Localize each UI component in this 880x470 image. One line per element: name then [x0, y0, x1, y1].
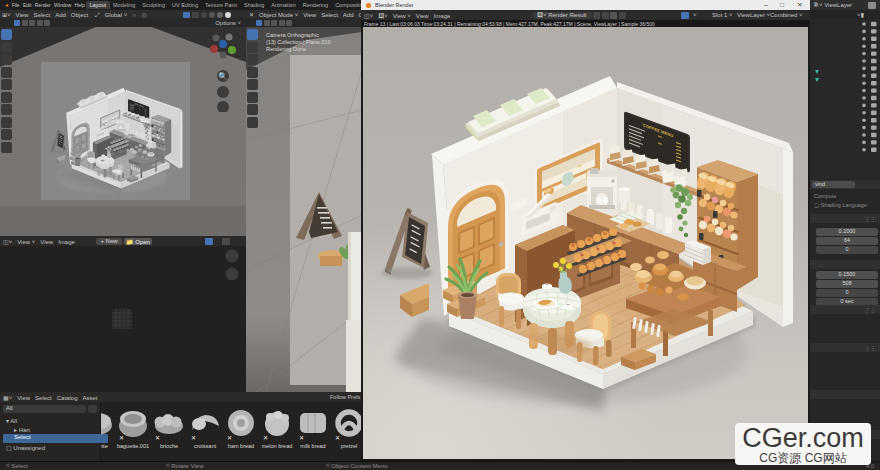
- svg-text:✕: ✕: [155, 435, 160, 441]
- svg-text:baguette.001: baguette.001: [117, 443, 149, 449]
- svg-text:✕: ✕: [335, 435, 340, 441]
- svg-text:✕: ✕: [119, 435, 124, 441]
- svg-text:✕: ✕: [227, 435, 232, 441]
- svg-text:melon bread: melon bread: [262, 443, 293, 449]
- svg-text:croissant: croissant: [194, 443, 216, 449]
- svg-text:🔍: 🔍: [218, 71, 228, 81]
- svg-text:ham bread: ham bread: [228, 443, 254, 449]
- svg-text:✕: ✕: [263, 435, 268, 441]
- svg-text:pretzel: pretzel: [341, 443, 358, 449]
- svg-text:✕: ✕: [191, 435, 196, 441]
- svg-text:✕: ✕: [299, 435, 304, 441]
- svg-text:brioche: brioche: [160, 443, 178, 449]
- svg-text:milk bread: milk bread: [300, 443, 325, 449]
- svg-text:baguette: baguette: [101, 443, 108, 449]
